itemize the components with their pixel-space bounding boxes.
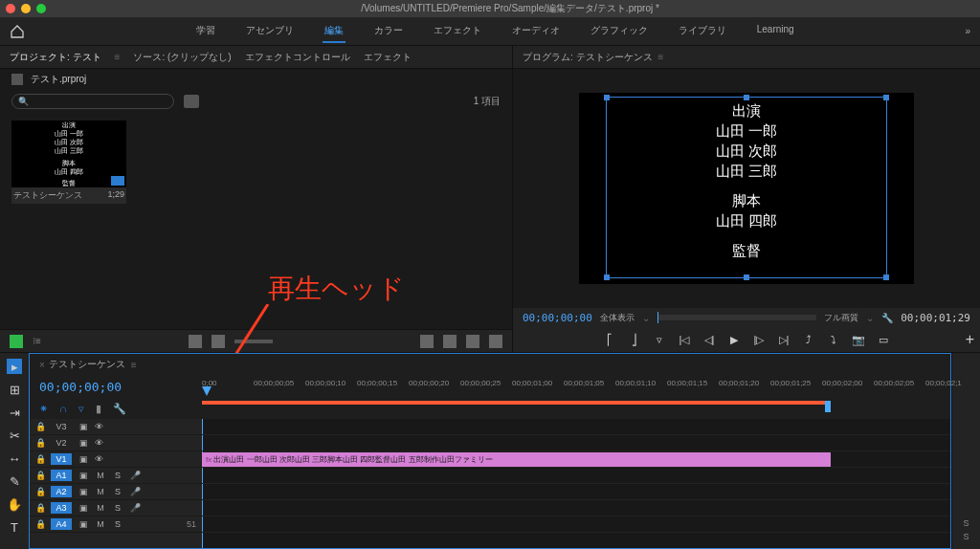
play-icon[interactable]: ▶ <box>727 333 741 346</box>
wrench-tl-icon[interactable]: 🔧 <box>113 403 126 415</box>
workspace-edit[interactable]: 編集 <box>323 20 345 43</box>
workspace-audio[interactable]: オーディオ <box>510 20 562 43</box>
track-v3[interactable]: 🔒V3▣👁 <box>30 419 202 435</box>
sequence-tab[interactable]: テストシーケンス <box>49 358 125 371</box>
program-panel-header: プログラム: テストシーケンス ≡ <box>513 46 980 69</box>
workspace-graphics[interactable]: グラフィック <box>589 20 650 43</box>
type-tool-icon[interactable]: T <box>7 519 22 535</box>
trash-icon[interactable] <box>489 335 502 348</box>
workspace-learn[interactable]: 学習 <box>194 20 217 43</box>
ruler-tick: 00;00;02;1 <box>925 379 962 387</box>
work-area-end[interactable] <box>825 401 831 412</box>
marker-icon[interactable]: ▿ <box>653 333 666 346</box>
sequence-badge-icon <box>111 176 124 186</box>
track-a3[interactable]: 🔒A3▣MS🎤 <box>30 500 202 516</box>
sequence-thumbnail[interactable]: 出演 山田 一郎 山田 次郎 山田 三郎 脚本 山田 四郎 監督 テストシーケン… <box>11 121 126 204</box>
tab-project[interactable]: プロジェクト: テスト <box>10 51 101 64</box>
export-frame-icon[interactable]: 📷 <box>852 333 865 346</box>
list-view-icon[interactable] <box>189 335 202 348</box>
settings-icon[interactable]: ▮ <box>96 403 101 415</box>
snap-icon[interactable]: ⁕ <box>39 403 48 415</box>
track-select-tool-icon[interactable]: ⊞ <box>7 382 22 397</box>
quality-dropdown[interactable]: フル画質 <box>824 312 858 324</box>
track-a1[interactable]: 🔒A1▣MS🎤 <box>30 468 202 484</box>
track-v1[interactable]: 🔒V1▣👁 <box>30 451 202 468</box>
slip-tool-icon[interactable]: ↔ <box>7 450 22 466</box>
playhead-icon[interactable] <box>202 386 212 396</box>
ruler-tick: 00;00;01;15 <box>667 379 707 387</box>
go-in-icon[interactable]: |◁ <box>678 333 691 346</box>
thumb-name: テストシーケンス <box>13 189 82 202</box>
ripple-tool-icon[interactable]: ⇥ <box>7 405 22 420</box>
folder-icon[interactable] <box>466 335 479 348</box>
marker-add-icon[interactable]: ▿ <box>78 403 84 415</box>
workspace-library[interactable]: ライブラリ <box>677 20 728 43</box>
timeline-tc[interactable]: 00;00;00;00 <box>39 380 122 394</box>
mark-in-icon[interactable]: ⎡ <box>603 333 616 346</box>
mark-out-icon[interactable]: ⎦ <box>628 333 641 346</box>
track-lanes[interactable]: fx 出演山田 一郎山田 次郎山田 三郎脚本山田 四郎監督山田 五郎制作山田ファ… <box>202 419 950 548</box>
track-a4[interactable]: 🔒A4▣MS51 <box>30 516 202 533</box>
tab-effect-controls[interactable]: エフェクトコントロール <box>245 51 350 64</box>
selection-tool-icon[interactable]: ▸ <box>7 359 22 374</box>
tab-effects[interactable]: エフェクト <box>364 51 412 64</box>
fit-dropdown[interactable]: 全体表示 <box>600 312 635 324</box>
ruler-tick: 00;00;00;10 <box>305 379 345 387</box>
project-icon <box>11 74 23 85</box>
timeline-ruler[interactable]: 0;0000;00;00;0500;00;00;1000;00;00;1500;… <box>202 375 950 398</box>
linked-sel-icon[interactable]: ∩ <box>59 403 67 414</box>
button-editor-icon[interactable]: + <box>966 331 974 348</box>
compare-icon[interactable]: ▭ <box>877 333 890 346</box>
icon-view-icon[interactable] <box>212 335 225 348</box>
program-tc-in[interactable]: 00;00;00;00 <box>523 312 592 324</box>
workspace-learning[interactable]: Learning <box>755 20 796 43</box>
track-headers: 🔒V3▣👁 🔒V2▣👁 🔒V1▣👁 🔒A1▣MS🎤 🔒A2▣MS🎤 🔒A3▣MS… <box>30 419 202 548</box>
selection-box[interactable] <box>606 97 887 278</box>
ruler-tick: 00;00;02;05 <box>874 379 914 387</box>
project-filename: テスト.prproj <box>31 73 86 86</box>
track-a2[interactable]: 🔒A2▣MS🎤 <box>30 484 202 500</box>
extract-icon[interactable]: ⤵ <box>827 333 840 346</box>
title-clip[interactable]: fx 出演山田 一郎山田 次郎山田 三郎脚本山田 四郎監督山田 五郎制作山田ファ… <box>202 452 831 467</box>
window-zoom-icon[interactable] <box>36 4 46 13</box>
workspace-color[interactable]: カラー <box>372 20 405 43</box>
preview-render-bar <box>202 401 831 405</box>
window-close-icon[interactable] <box>6 4 15 13</box>
bin-icon[interactable] <box>184 95 199 108</box>
track-v2[interactable]: 🔒V2▣👁 <box>30 435 202 451</box>
ruler-tick: 00;00;00;05 <box>254 379 294 387</box>
step-back-icon[interactable]: ◁| <box>702 333 716 346</box>
step-fwd-icon[interactable]: |▷ <box>752 333 766 346</box>
ruler-tick: 00;00;01;00 <box>512 379 552 387</box>
razor-tool-icon[interactable]: ✂ <box>7 428 22 443</box>
pen-tool-icon[interactable]: ✎ <box>7 473 22 489</box>
ruler-tick: 00;00;01;10 <box>615 379 656 387</box>
new-bin-icon[interactable] <box>420 335 434 348</box>
find-icon[interactable] <box>443 335 457 348</box>
tab-source[interactable]: ソース: (クリップなし) <box>133 51 231 64</box>
hand-tool-icon[interactable]: ✋ <box>7 496 22 512</box>
ruler-tick: 00;00;01;20 <box>719 379 759 387</box>
project-bin-area[interactable]: 出演 山田 一郎 山田 次郎 山田 三郎 脚本 山田 四郎 監督 テストシーケン… <box>0 113 512 329</box>
workspace-overflow-icon[interactable]: » <box>965 26 970 36</box>
ruler-tick: 0;00 <box>202 379 217 387</box>
window-minimize-icon[interactable] <box>21 4 31 13</box>
go-out-icon[interactable]: ▷| <box>777 333 791 346</box>
project-file-row: テスト.prproj <box>0 69 512 90</box>
source-panel-tabs: プロジェクト: テスト ≡ ソース: (クリップなし) エフェクトコントロール … <box>0 46 512 69</box>
new-item-icon[interactable] <box>10 335 23 348</box>
wrench-icon[interactable]: 🔧 <box>881 313 893 323</box>
workspace-assembly[interactable]: アセンブリ <box>244 20 296 43</box>
program-monitor[interactable]: 出演 山田 一郎 山田 次郎 山田 三郎 脚本 山田 四郎 監督 <box>513 69 980 308</box>
search-input[interactable]: 🔍 <box>11 94 174 109</box>
ruler-tick: 00;00;00;15 <box>357 379 397 387</box>
program-scrubber[interactable] <box>657 315 816 320</box>
lift-icon[interactable]: ⤴ <box>802 333 815 346</box>
program-tc-out: 00;00;01;29 <box>901 312 970 324</box>
home-icon[interactable] <box>10 24 25 39</box>
timeline-tools: ▸ ⊞ ⇥ ✂ ↔ ✎ ✋ T <box>0 353 29 549</box>
workspace-effects[interactable]: エフェクト <box>432 20 483 43</box>
ruler-tick: 00;00;00;20 <box>409 379 449 387</box>
item-count: 1 項目 <box>474 95 501 108</box>
ruler-tick: 00;00;01;05 <box>564 379 604 387</box>
